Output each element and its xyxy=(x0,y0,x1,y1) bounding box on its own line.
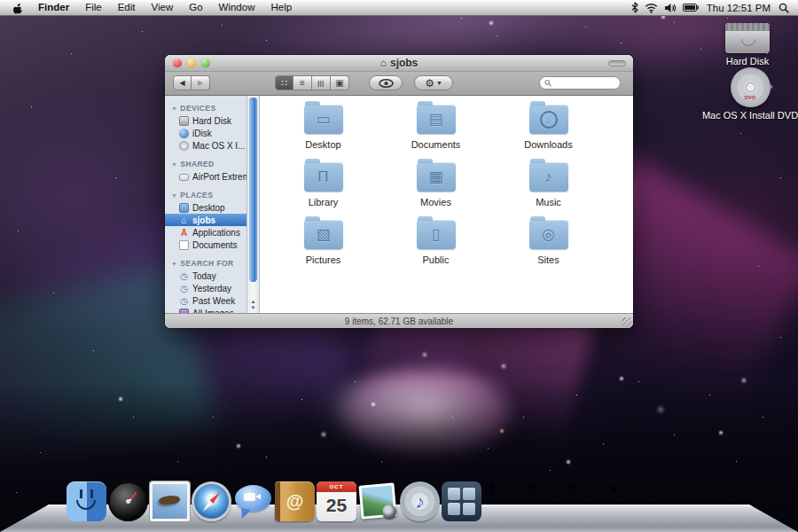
search-field[interactable] xyxy=(539,76,621,90)
address-book-icon[interactable]: @ xyxy=(275,481,315,521)
minimize-button[interactable] xyxy=(187,59,196,67)
zoom-button[interactable] xyxy=(201,59,210,67)
toolbar-toggle-button[interactable] xyxy=(608,60,626,66)
folder-desktop[interactable]: ▭ Desktop xyxy=(275,105,372,162)
menu-item-view[interactable]: View xyxy=(144,0,182,15)
sidebar-item-today[interactable]: ◷ Today xyxy=(165,270,246,282)
sidebar-item-hard-disk[interactable]: Hard Disk xyxy=(165,114,246,127)
folder-library[interactable]: Π Library xyxy=(275,162,372,220)
sidebar-item-desktop[interactable]: Desktop xyxy=(165,201,246,214)
folder-downloads[interactable]: ↓ Downloads xyxy=(500,105,598,162)
folder-pictures[interactable]: ▧ Pictures xyxy=(275,220,372,278)
sidebar-section-shared[interactable]: ▼ SHARED xyxy=(165,157,246,170)
sidebar-item-install-dvd[interactable]: Mac OS X I... ⏏ xyxy=(165,139,246,152)
sidebar-item-all-images[interactable]: All Images xyxy=(165,307,246,313)
time-machine-icon[interactable]: ↺ xyxy=(483,481,523,521)
folder-icon: Π xyxy=(304,162,343,192)
sync-icon[interactable]: ↻ xyxy=(567,481,606,521)
menu-bar: Finder File Edit View Go Window Help xyxy=(0,0,798,16)
battery-icon[interactable] xyxy=(683,4,699,12)
disclosure-triangle-icon[interactable]: ▼ xyxy=(171,106,177,112)
folder-icon: ♪ xyxy=(529,162,568,192)
disclosure-triangle-icon[interactable]: ▼ xyxy=(171,192,177,199)
close-button[interactable] xyxy=(173,59,182,67)
sidebar-item-label: sjobs xyxy=(192,215,215,225)
menu-item-file[interactable]: File xyxy=(77,0,110,15)
volume-icon[interactable] xyxy=(664,3,677,13)
folder-icon: ◎ xyxy=(529,220,568,249)
finder-icon[interactable] xyxy=(66,481,106,521)
desktop-mini-icon xyxy=(179,203,189,213)
sidebar-scrollbar[interactable]: ▲▼ xyxy=(247,96,260,313)
search-input[interactable] xyxy=(554,78,615,88)
ichat-icon[interactable] xyxy=(233,481,273,521)
folder-label: Music xyxy=(500,197,598,207)
sidebar-item-sjobs[interactable]: ⌂ sjobs xyxy=(165,214,246,226)
list-view-button[interactable]: ≡ xyxy=(293,75,312,90)
disclosure-triangle-icon[interactable]: ▼ xyxy=(171,261,177,267)
iphoto-icon[interactable] xyxy=(358,481,398,521)
wifi-icon[interactable] xyxy=(645,3,658,13)
sidebar-item-past-week[interactable]: ◷ Past Week xyxy=(165,294,246,307)
sidebar-section-places[interactable]: ▼ PLACES xyxy=(165,188,246,201)
sidebar-item-label: Past Week xyxy=(192,296,235,306)
drive-icon xyxy=(179,116,189,126)
folder-public[interactable]: ▯ Public xyxy=(387,220,485,278)
apple-menu[interactable] xyxy=(9,2,30,14)
folder-sites[interactable]: ◎ Sites xyxy=(500,220,598,278)
scrollbar-arrows[interactable]: ▲▼ xyxy=(247,299,259,311)
itunes-icon[interactable]: ♪ xyxy=(400,481,440,521)
folder-label: Movies xyxy=(387,197,485,207)
forward-button[interactable]: ▶ xyxy=(192,75,210,90)
column-view-button[interactable]: ||| xyxy=(312,75,331,90)
spotlight-icon[interactable] xyxy=(778,3,789,13)
menu-item-help[interactable]: Help xyxy=(262,0,300,15)
home-icon: ⌂ xyxy=(179,215,189,225)
ical-icon[interactable]: OCT 25 xyxy=(317,481,356,521)
action-menu-button[interactable]: ⚙▼ xyxy=(414,75,453,90)
sidebar-section-search-for[interactable]: ▼ SEARCH FOR xyxy=(165,256,246,270)
file-area: ▭ Desktop ▤ Documents ↓ Downloads Π Libr… xyxy=(260,96,633,313)
menu-item-edit[interactable]: Edit xyxy=(110,0,144,15)
downloads-stack-icon[interactable] xyxy=(650,481,690,521)
window-titlebar[interactable]: ⌂ sjobs xyxy=(165,55,633,72)
bluetooth-icon[interactable] xyxy=(631,2,638,13)
icon-view-button[interactable]: ∷ xyxy=(275,75,293,90)
status-text: 9 items, 62.71 GB available xyxy=(345,317,453,326)
menu-item-go[interactable]: Go xyxy=(181,0,210,15)
sidebar-item-documents[interactable]: Documents xyxy=(165,239,246,251)
disc-icon xyxy=(179,141,189,151)
document-icon xyxy=(179,240,189,250)
system-preferences-icon[interactable]: ⚙ xyxy=(525,481,565,521)
desktop-icon-hard-disk[interactable]: Hard Disk xyxy=(703,23,792,66)
sidebar-item-applications[interactable]: A Applications xyxy=(165,226,246,239)
scrollbar-thumb[interactable] xyxy=(249,98,257,282)
coverflow-view-button[interactable]: ▣ xyxy=(331,75,349,90)
folder-movies[interactable]: ▦ Movies xyxy=(387,162,485,220)
safari-icon[interactable] xyxy=(192,481,231,521)
mail-icon[interactable] xyxy=(150,481,190,521)
sidebar-item-label: Mac OS X I... xyxy=(192,141,245,151)
menu-item-finder[interactable]: Finder xyxy=(30,0,77,15)
quick-look-button[interactable] xyxy=(369,75,403,90)
trash-icon[interactable] xyxy=(692,481,732,521)
sidebar-section-devices[interactable]: ▼ DEVICES xyxy=(165,101,246,114)
movies-glyph-icon: ▦ xyxy=(417,169,456,184)
spaces-icon[interactable] xyxy=(442,481,481,521)
resize-grip[interactable] xyxy=(622,317,632,327)
dashboard-icon[interactable] xyxy=(108,481,148,521)
disclosure-triangle-icon[interactable]: ▼ xyxy=(171,161,177,168)
folder-documents[interactable]: ▤ Documents xyxy=(387,105,485,162)
clock-icon: ◷ xyxy=(179,296,189,306)
folder-music[interactable]: ♪ Music xyxy=(500,162,598,220)
sidebar-item-yesterday[interactable]: ◷ Yesterday xyxy=(165,282,246,294)
sidebar-item-idisk[interactable]: iDisk xyxy=(165,127,246,139)
back-button[interactable]: ◀ xyxy=(173,75,192,90)
sidebar-item-airport-extreme[interactable]: AirPort Extreme xyxy=(165,170,246,183)
menu-item-window[interactable]: Window xyxy=(211,0,263,15)
desktop-icon-install-dvd[interactable]: DVD Mac OS X Install DVD xyxy=(700,67,798,121)
window-controls xyxy=(173,59,210,67)
menu-clock[interactable]: Thu 12:51 PM xyxy=(705,3,772,13)
documents-stack-icon[interactable]: ✕ xyxy=(608,481,648,521)
window-body: ▼ DEVICES Hard Disk iDisk Mac OS X I... … xyxy=(165,96,633,313)
